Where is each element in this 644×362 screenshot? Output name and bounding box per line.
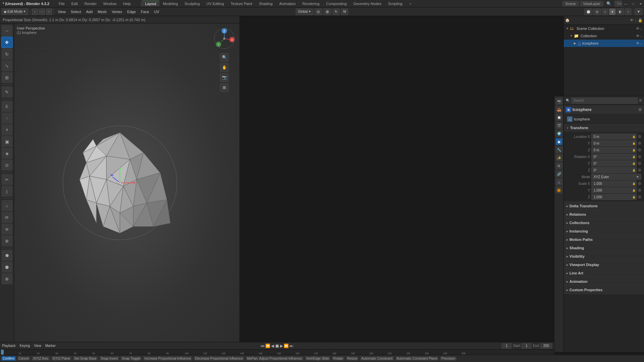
tab-add[interactable]: + bbox=[406, 1, 414, 6]
extrude-tool[interactable]: E bbox=[1, 101, 13, 112]
set-snap-base-action[interactable]: Set Snap Base bbox=[73, 356, 98, 361]
tab-file[interactable]: File bbox=[55, 1, 68, 6]
loop-cut[interactable]: ⊙ bbox=[1, 159, 13, 171]
transform-section-header[interactable]: Transform bbox=[564, 124, 644, 132]
tab-window[interactable]: Window bbox=[100, 1, 120, 6]
output-props-icon[interactable]: 📤 bbox=[555, 106, 563, 113]
tab-render[interactable]: Render bbox=[81, 1, 100, 6]
overlay-btn[interactable]: ⬤ bbox=[584, 8, 593, 15]
playback-menu[interactable]: Playback bbox=[2, 344, 16, 348]
tab-shading[interactable]: Shading bbox=[256, 1, 276, 6]
tab-modeling[interactable]: Modeling bbox=[159, 1, 181, 6]
viewport-shading-wire[interactable]: □ bbox=[602, 8, 608, 15]
viewport[interactable]: User Perspective (1) Icosphere Z X Y bbox=[14, 23, 239, 342]
keying-menu[interactable]: Keying bbox=[20, 344, 30, 348]
view-menu[interactable]: View bbox=[56, 9, 68, 14]
resize-action[interactable]: Resize bbox=[346, 356, 359, 361]
transform-tool[interactable]: ⊞ bbox=[1, 72, 13, 83]
scale-y-anim-dot[interactable] bbox=[638, 189, 641, 192]
edge-menu[interactable]: Edge bbox=[125, 9, 138, 14]
select-mode-edge[interactable]: — bbox=[39, 9, 45, 15]
tab-texture-paint[interactable]: Texture Paint bbox=[227, 1, 256, 6]
start-frame-input[interactable] bbox=[521, 343, 532, 349]
camera-tool[interactable]: 📷 bbox=[220, 73, 229, 82]
rotation-y-anim-dot[interactable] bbox=[638, 162, 641, 165]
collections-header[interactable]: Collections bbox=[564, 219, 644, 227]
extrude-along-normals[interactable]: ⬆ bbox=[1, 124, 13, 136]
outliner-icosphere[interactable]: ▶ △ Icosphere 👁 ↓ bbox=[564, 40, 644, 47]
xyz-plane-action[interactable]: X|Y|Z Plane bbox=[51, 356, 72, 361]
shrink-fatten[interactable]: ⬤ bbox=[1, 250, 13, 261]
visibility-header[interactable]: Visibility bbox=[564, 252, 644, 260]
precision-action[interactable]: Precision bbox=[440, 356, 456, 361]
rotation-x-field[interactable]: 0° 🔒 bbox=[591, 154, 637, 160]
increase-prop-action[interactable]: Increase Proportional Influence bbox=[143, 356, 192, 361]
move-tool[interactable]: ✥ bbox=[1, 37, 13, 48]
location-y-lock[interactable]: 🔒 bbox=[632, 142, 636, 145]
properties-search-input[interactable] bbox=[571, 98, 638, 104]
rotate-tool[interactable]: ↻ bbox=[1, 48, 13, 60]
knife-tool[interactable]: ✂ bbox=[1, 174, 13, 185]
scale-tool[interactable]: ⤡ bbox=[1, 60, 13, 71]
poly-build[interactable]: △ bbox=[1, 200, 13, 211]
face-menu[interactable]: Face bbox=[139, 9, 151, 14]
props-settings-icon[interactable]: ⚙ bbox=[639, 99, 642, 102]
delta-transform-header[interactable]: Delta Transform bbox=[564, 202, 644, 210]
rotation-x-lock[interactable]: 🔒 bbox=[632, 155, 636, 158]
rotation-mode-dropdown[interactable]: XYZ Euler ▼ bbox=[591, 174, 641, 180]
location-z-lock[interactable]: 🔒 bbox=[632, 149, 636, 152]
timeline-ruler[interactable]: 1 10 20 30 40 50 60 70 80 90 100 110 120… bbox=[0, 350, 554, 355]
snap-invert-action[interactable]: Snap Invert bbox=[99, 356, 119, 361]
scale-x-field[interactable]: 1.000 🔒 bbox=[591, 180, 637, 187]
render-props-icon[interactable]: 📷 bbox=[555, 98, 563, 105]
select-mode-vert[interactable]: • bbox=[32, 9, 38, 15]
mesh-menu[interactable]: Mesh bbox=[96, 9, 109, 14]
stop-btn[interactable]: ⏹ bbox=[275, 343, 279, 349]
rotation-z-lock[interactable]: 🔒 bbox=[632, 169, 636, 172]
relations-header[interactable]: Relations bbox=[564, 210, 644, 218]
vertex-menu[interactable]: Vertex bbox=[110, 9, 124, 14]
tab-help[interactable]: Help bbox=[120, 1, 134, 6]
view-layer-props-icon[interactable]: 🔲 bbox=[555, 114, 563, 121]
jump-end-btn[interactable]: ⏭ bbox=[289, 344, 293, 348]
play-reverse-btn[interactable]: ◀ bbox=[271, 344, 274, 348]
animation-header[interactable]: Animation bbox=[564, 277, 644, 286]
viewport-shading-render[interactable]: ○ bbox=[625, 8, 632, 15]
physics-props-icon[interactable]: ⚙ bbox=[555, 162, 563, 169]
rotation-y-field[interactable]: 0° 🔒 bbox=[591, 160, 637, 166]
object-props-icon[interactable]: ▣ bbox=[555, 138, 563, 145]
scene-selector[interactable]: Scene bbox=[562, 1, 579, 6]
location-z-field[interactable]: 0 m 🔒 bbox=[591, 147, 637, 153]
nav-gizmo[interactable]: Z X Y bbox=[213, 27, 236, 50]
marker-menu[interactable]: Marker bbox=[45, 344, 56, 348]
mirror-toggle[interactable]: M bbox=[341, 8, 348, 15]
close-button[interactable]: ✕ bbox=[637, 0, 644, 7]
step-fwd-btn[interactable]: ⏩ bbox=[284, 344, 289, 348]
scale-z-lock[interactable]: 🔒 bbox=[632, 196, 636, 199]
scene-props-icon[interactable]: 🎬 bbox=[555, 122, 563, 129]
zoom-to-fit[interactable]: 🔍 bbox=[220, 53, 229, 62]
tab-rendering[interactable]: Rendering bbox=[299, 1, 323, 6]
outliner-collection[interactable]: ▼ 📁 Collection 👁 ↓ bbox=[564, 32, 644, 40]
viewport-shading-solid[interactable]: ● bbox=[609, 8, 616, 15]
material-props-icon[interactable]: ⬤ bbox=[555, 186, 563, 194]
add-menu[interactable]: Add bbox=[84, 9, 95, 14]
data-props-icon[interactable]: △ bbox=[555, 178, 563, 186]
rotation-z-anim-dot[interactable] bbox=[638, 168, 641, 172]
scale-y-lock[interactable]: 🔒 bbox=[632, 189, 636, 192]
rotate-action[interactable]: Rotate bbox=[332, 356, 344, 361]
tab-uv-editing[interactable]: UV Editing bbox=[203, 1, 227, 6]
inset-faces[interactable]: ▣ bbox=[1, 136, 13, 147]
select-box-tool[interactable]: ↔ bbox=[1, 25, 13, 36]
obj-header-settings[interactable]: ⚙ bbox=[638, 107, 642, 112]
rotation-z-field[interactable]: 0° 🔒 bbox=[591, 167, 637, 173]
viewport-shading-material[interactable]: ◐ bbox=[616, 8, 624, 15]
snap-toggle[interactable]: ⊙ bbox=[314, 8, 322, 15]
cancel-action[interactable]: Cancel bbox=[17, 356, 30, 361]
tab-geometry-nodes[interactable]: Geometry Nodes bbox=[350, 1, 385, 6]
location-z-anim-dot[interactable] bbox=[638, 148, 641, 152]
end-frame-input[interactable] bbox=[540, 343, 552, 349]
shear-tool[interactable]: ⬟ bbox=[1, 261, 13, 273]
line-art-header[interactable]: Line Art bbox=[564, 269, 644, 277]
rotation-x-anim-dot[interactable] bbox=[638, 155, 641, 158]
